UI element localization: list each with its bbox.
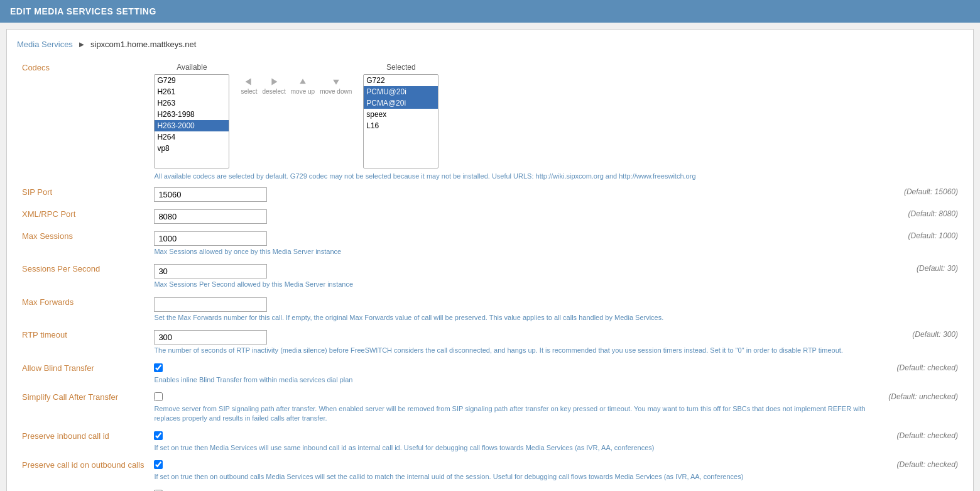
deselect-btn[interactable] — [267, 75, 281, 88]
available-list-container: Available G729 H261 H263 H263-1998 H263-… — [154, 63, 229, 168]
preserve-outbound-hint: If set on true then on outbound calls Me… — [154, 472, 878, 482]
allow-blind-transfer-hint: Enables inline Blind Transfer from withi… — [154, 375, 878, 385]
codec-option-h263[interactable]: H263 — [155, 97, 229, 109]
allow-blind-transfer-checkbox[interactable] — [154, 363, 163, 372]
breadcrumb-current: sipxcom1.home.mattkeys.net — [90, 40, 196, 49]
max-sessions-label: Max Sessions — [17, 228, 149, 260]
page-title: EDIT MEDIA SERVICES SETTING — [10, 6, 156, 16]
xml-rpc-port-default: (Default: 8080) — [883, 206, 963, 228]
codec-option-h261[interactable]: H261 — [155, 86, 229, 97]
preserve-inbound-row: Preserve inbound call id If set on true … — [17, 428, 963, 456]
codecs-row: Codecs Available G729 H261 H263 H263-199… — [17, 59, 963, 184]
xml-rpc-port-field — [149, 206, 883, 228]
codec-controls: select deselect — [236, 75, 357, 95]
available-label: Available — [177, 63, 207, 72]
sip-port-input[interactable] — [154, 187, 267, 202]
simplify-call-row: Simplify Call After Transfer Remove serv… — [17, 389, 963, 428]
codec-option-g729[interactable]: G729 — [155, 75, 229, 86]
debug-row: Debug (Default: unchecked) — [17, 486, 963, 491]
svg-marker-2 — [300, 79, 306, 84]
max-forwards-hint: Set the Max Forwards number for this cal… — [154, 313, 878, 323]
sip-port-field — [149, 184, 883, 206]
deselect-label: deselect — [263, 88, 286, 95]
codecs-note: All available codecs are selected by def… — [154, 172, 958, 180]
codec-sel-pcma[interactable]: PCMA@20i — [364, 97, 438, 109]
simplify-call-checkbox[interactable] — [154, 392, 163, 401]
simplify-call-hint: Remove server from SIP signaling path af… — [154, 404, 878, 424]
codec-sel-l16[interactable]: L16 — [364, 120, 438, 131]
preserve-outbound-label: Preserve call id on outbound calls — [17, 456, 149, 485]
rtp-timeout-default: (Default: 300) — [883, 326, 963, 359]
codec-option-vp8[interactable]: vp8 — [155, 143, 229, 154]
preserve-outbound-row: Preserve call id on outbound calls If se… — [17, 456, 963, 485]
select-label: select — [241, 88, 257, 95]
simplify-call-default: (Default: unchecked) — [883, 389, 963, 428]
sessions-per-second-input[interactable] — [154, 264, 267, 279]
codec-option-h264[interactable]: H264 — [155, 131, 229, 143]
debug-default: (Default: unchecked) — [883, 486, 963, 491]
debug-field — [149, 486, 883, 491]
allow-blind-transfer-row: Allow Blind Transfer Enables inline Blin… — [17, 360, 963, 389]
preserve-inbound-default: (Default: checked) — [883, 428, 963, 456]
sip-port-default: (Default: 15060) — [883, 184, 963, 206]
codec-sel-g722[interactable]: G722 — [364, 75, 438, 86]
preserve-outbound-field: If set on true then on outbound calls Me… — [149, 456, 883, 485]
preserve-inbound-label: Preserve inbound call id — [17, 428, 149, 456]
max-sessions-row: Max Sessions Max Sessions allowed by onc… — [17, 228, 963, 260]
codecs-label: Codecs — [17, 59, 149, 184]
codecs-field: Available G729 H261 H263 H263-1998 H263-… — [149, 59, 963, 184]
codec-option-h263-2000[interactable]: H263-2000 — [155, 120, 229, 131]
preserve-inbound-field: If set on true then Media Services will … — [149, 428, 883, 456]
preserve-outbound-checkbox[interactable] — [154, 460, 163, 469]
preserve-inbound-checkbox[interactable] — [154, 431, 163, 440]
max-sessions-default: (Default: 1000) — [883, 228, 963, 260]
move-down-btn-wrap[interactable]: move down — [320, 75, 352, 95]
max-forwards-input[interactable] — [154, 297, 267, 312]
sessions-per-second-default: (Default: 30) — [883, 260, 963, 293]
max-sessions-hint: Max Sessions allowed by once by this Med… — [154, 247, 878, 257]
simplify-call-field: Remove server from SIP signaling path af… — [149, 389, 883, 428]
max-forwards-label: Max Forwards — [17, 294, 149, 326]
max-forwards-row: Max Forwards Set the Max Forwards number… — [17, 294, 963, 326]
move-down-btn[interactable] — [329, 75, 343, 88]
xml-rpc-port-input[interactable] — [154, 209, 267, 224]
svg-marker-1 — [272, 79, 278, 86]
allow-blind-transfer-field: Enables inline Blind Transfer from withi… — [149, 360, 883, 389]
page-header: EDIT MEDIA SERVICES SETTING — [0, 0, 980, 23]
preserve-inbound-hint: If set on true then Media Services will … — [154, 443, 878, 453]
max-sessions-input[interactable] — [154, 231, 267, 246]
rtp-timeout-hint: The number of seconds of RTP inactivity … — [154, 346, 878, 355]
settings-form: Codecs Available G729 H261 H263 H263-199… — [17, 59, 963, 491]
xml-rpc-port-label: XML/RPC Port — [17, 206, 149, 228]
available-codec-list[interactable]: G729 H261 H263 H263-1998 H263-2000 H264 … — [154, 74, 229, 168]
rtp-timeout-input[interactable] — [154, 330, 267, 345]
allow-blind-transfer-default: (Default: checked) — [883, 360, 963, 389]
codec-sel-speex[interactable]: speex — [364, 109, 438, 120]
main-content: Media Services ► sipxcom1.home.mattkeys.… — [6, 29, 974, 491]
sessions-per-second-hint: Max Sessions Per Second allowed by this … — [154, 280, 878, 289]
select-btn-wrap[interactable]: select — [241, 75, 257, 95]
breadcrumb-link[interactable]: Media Services — [17, 40, 73, 49]
sip-port-label: SIP Port — [17, 184, 149, 206]
codec-option-h263-1998[interactable]: H263-1998 — [155, 109, 229, 120]
svg-marker-0 — [246, 79, 251, 86]
select-btn[interactable] — [242, 75, 256, 88]
move-up-label: move up — [291, 88, 315, 95]
sessions-per-second-label: Sessions Per Second — [17, 260, 149, 293]
codecs-section: Available G729 H261 H263 H263-1998 H263-… — [154, 63, 958, 168]
codec-arrows-row: select deselect — [241, 75, 352, 95]
codec-sel-pcmu[interactable]: PCMU@20i — [364, 86, 438, 97]
simplify-call-label: Simplify Call After Transfer — [17, 389, 149, 428]
allow-blind-transfer-label: Allow Blind Transfer — [17, 360, 149, 389]
move-up-btn-wrap[interactable]: move up — [291, 75, 315, 95]
svg-marker-3 — [333, 80, 339, 85]
max-sessions-field: Max Sessions allowed by once by this Med… — [149, 228, 883, 260]
xml-rpc-port-row: XML/RPC Port (Default: 8080) — [17, 206, 963, 228]
move-up-btn[interactable] — [296, 75, 310, 88]
sessions-per-second-field: Max Sessions Per Second allowed by this … — [149, 260, 883, 293]
selected-codec-list[interactable]: G722 PCMU@20i PCMA@20i speex L16 — [363, 74, 438, 168]
breadcrumb-arrow: ► — [78, 40, 86, 49]
deselect-btn-wrap[interactable]: deselect — [263, 75, 286, 95]
rtp-timeout-label: RTP timeout — [17, 326, 149, 359]
rtp-timeout-row: RTP timeout The number of seconds of RTP… — [17, 326, 963, 359]
